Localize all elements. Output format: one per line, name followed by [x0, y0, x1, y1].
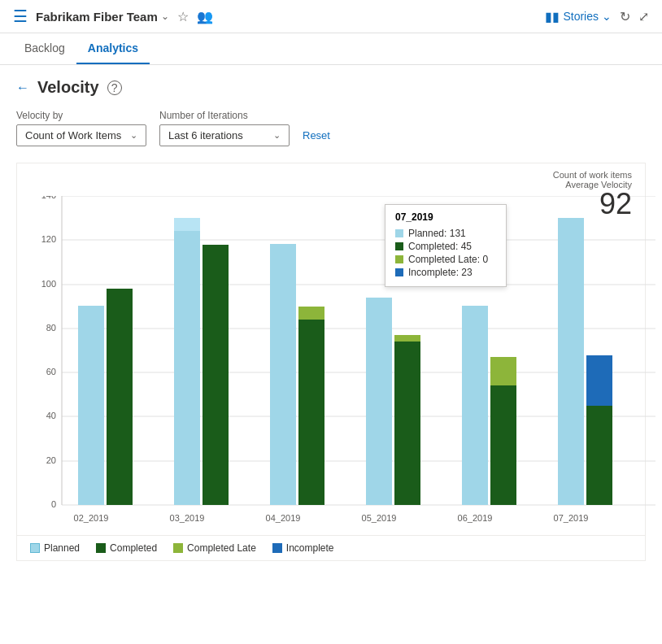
team-members-icon[interactable]: 👥 — [197, 9, 213, 24]
page-title: Velocity — [37, 78, 99, 97]
tooltip-incomplete-value: Incomplete: 23 — [408, 267, 473, 278]
app-logo-icon: ☰ — [13, 7, 28, 26]
bar-03-completed — [203, 245, 229, 505]
legend-incomplete: Incomplete — [272, 542, 334, 554]
svg-text:0: 0 — [51, 499, 56, 509]
bar-04-completed — [298, 320, 324, 505]
legend-incomplete-color — [272, 543, 282, 553]
chart-legend: Planned Completed Completed Late Incompl… — [17, 535, 645, 560]
legend-completed-late-color — [173, 543, 183, 553]
bar-04-planned — [270, 244, 296, 505]
reset-button[interactable]: Reset — [303, 129, 330, 141]
help-icon[interactable]: ? — [107, 80, 122, 95]
velocity-stat: Count of work items Average Velocity 92 — [553, 170, 632, 219]
legend-incomplete-label: Incomplete — [286, 542, 334, 554]
velocity-by-filter: Velocity by Count of Work Items ⌄ — [16, 110, 146, 146]
legend-completed: Completed — [96, 542, 157, 554]
bar-05-completed — [394, 342, 420, 505]
x-label-06: 06_2019 — [458, 513, 493, 523]
bar-05-completed-late — [394, 335, 420, 342]
bar-03-planned — [174, 218, 200, 505]
app-header: ☰ Fabrikam Fiber Team ⌄ ☆ 👥 ▮▮ Stories ⌄… — [0, 0, 662, 33]
count-label: Count of work items — [553, 170, 632, 180]
legend-completed-late-label: Completed Late — [187, 542, 256, 554]
stories-dropdown-button[interactable]: ▮▮ Stories ⌄ — [545, 9, 612, 24]
refresh-icon[interactable]: ↻ — [620, 9, 630, 24]
navigation-tabs: Backlog Analytics — [0, 33, 662, 65]
bar-07-completed — [586, 406, 612, 505]
svg-text:80: 80 — [46, 323, 56, 333]
x-label-04: 04_2019 — [266, 513, 301, 523]
svg-text:40: 40 — [46, 411, 56, 420]
chart-tooltip: 07_2019 Planned: 131 Completed: 45 Compl… — [385, 204, 507, 287]
legend-planned: Planned — [30, 542, 80, 554]
tooltip-title: 07_2019 — [395, 211, 496, 223]
bar-02-planned — [78, 306, 104, 505]
tooltip-completed-color — [395, 242, 403, 250]
team-name: Fabrikam Fiber Team — [36, 10, 158, 24]
bar-05-planned — [366, 298, 392, 505]
tooltip-completed-late-value: Completed Late: 0 — [408, 254, 488, 265]
tab-analytics[interactable]: Analytics — [76, 33, 150, 64]
velocity-by-chevron-icon: ⌄ — [130, 130, 137, 141]
bar-03-planned-top — [174, 218, 200, 231]
legend-planned-color — [30, 543, 40, 553]
tab-backlog[interactable]: Backlog — [13, 33, 76, 64]
bar-06-completed-late — [490, 357, 516, 385]
bar-06-planned — [462, 306, 488, 505]
svg-text:20: 20 — [46, 455, 56, 465]
tooltip-completed-row: Completed: 45 — [395, 241, 496, 252]
filters-bar: Velocity by Count of Work Items ⌄ Number… — [16, 110, 646, 146]
iterations-chevron-icon: ⌄ — [273, 130, 281, 141]
tooltip-planned-row: Planned: 131 — [395, 228, 496, 239]
x-label-03: 03_2019 — [170, 513, 205, 523]
bar-04-completed-late — [298, 307, 324, 320]
tooltip-completed-late-color — [395, 255, 403, 263]
svg-text:140: 140 — [41, 196, 56, 200]
x-label-05: 05_2019 — [362, 513, 397, 523]
bar-06-completed — [490, 385, 516, 505]
iterations-filter: Number of Iterations Last 6 iterations ⌄ — [159, 110, 290, 146]
stories-label: Stories — [563, 10, 599, 23]
tooltip-incomplete-row: Incomplete: 23 — [395, 267, 496, 278]
team-chevron-icon[interactable]: ⌄ — [161, 11, 169, 22]
svg-text:120: 120 — [41, 234, 56, 244]
tooltip-planned-value: Planned: 131 — [408, 228, 466, 239]
bar-07-planned — [558, 218, 584, 505]
iterations-label: Number of Iterations — [159, 110, 290, 121]
avg-velocity-value: 92 — [599, 187, 632, 220]
bar-02-completed — [107, 289, 133, 505]
chart-svg: 0 20 40 60 80 100 120 140 — [25, 196, 662, 554]
iterations-value: Last 6 iterations — [168, 129, 243, 141]
svg-text:60: 60 — [46, 367, 56, 376]
svg-text:100: 100 — [41, 279, 56, 289]
x-label-02: 02_2019 — [74, 513, 109, 523]
tooltip-planned-color — [395, 229, 403, 237]
tooltip-incomplete-color — [395, 268, 403, 276]
page-header: ← Velocity ? — [16, 78, 646, 97]
expand-icon[interactable]: ⤢ — [638, 9, 649, 24]
tooltip-completed-value: Completed: 45 — [408, 241, 472, 252]
stories-chevron-icon: ⌄ — [602, 10, 612, 23]
tooltip-completed-late-row: Completed Late: 0 — [395, 254, 496, 265]
page-content: ← Velocity ? Velocity by Count of Work I… — [0, 65, 662, 574]
back-arrow-icon[interactable]: ← — [16, 80, 29, 95]
velocity-by-dropdown[interactable]: Count of Work Items ⌄ — [16, 124, 146, 146]
legend-completed-color — [96, 543, 106, 553]
iterations-dropdown[interactable]: Last 6 iterations ⌄ — [159, 124, 290, 146]
velocity-chart: Count of work items Average Velocity 92 … — [16, 163, 646, 561]
favorite-star-icon[interactable]: ☆ — [177, 9, 189, 24]
legend-completed-label: Completed — [110, 542, 157, 554]
legend-completed-late: Completed Late — [173, 542, 256, 554]
header-right-actions: ▮▮ Stories ⌄ ↻ ⤢ — [545, 9, 649, 24]
velocity-by-value: Count of Work Items — [25, 129, 121, 141]
x-label-07: 07_2019 — [554, 513, 589, 523]
stories-icon: ▮▮ — [545, 9, 560, 24]
legend-planned-label: Planned — [44, 542, 80, 554]
bar-07-incomplete — [586, 355, 612, 406]
velocity-by-label: Velocity by — [16, 110, 146, 121]
